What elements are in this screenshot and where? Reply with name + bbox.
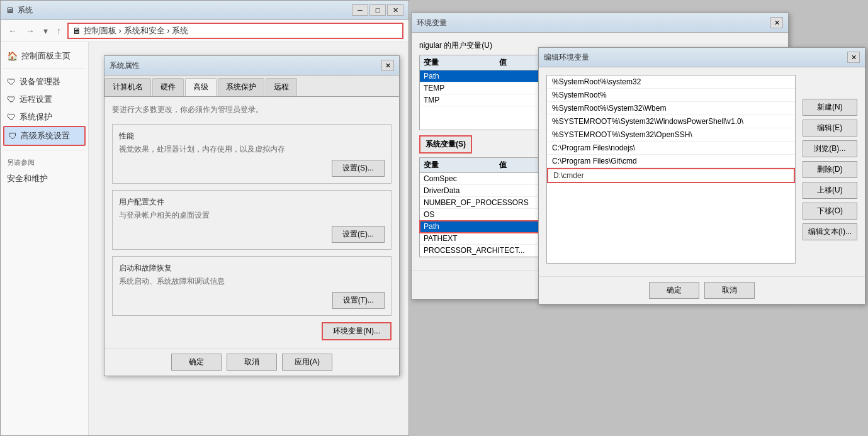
sidebar-item-protection[interactable]: 🛡 系统保护 [3,108,86,126]
user-path-name: Path [424,72,499,81]
sys-pathext-name: PATHEXT [424,234,499,243]
explorer-icon: 🖥 [6,6,14,15]
breadcrumb-bar: 🖥 控制面板 › 系统和安全 › 系统 [67,23,403,39]
breadcrumb-text: 控制面板 › 系统和安全 › 系统 [84,25,188,36]
startup-title: 启动和故障恢复 [119,263,385,274]
shield-icon-1: 🛡 [7,77,16,87]
sidebar-separator [3,69,86,69]
edit-close-button[interactable]: ✕ [847,52,860,63]
sidebar-item-remote-label: 远程设置 [20,94,52,105]
edit-btn-column: 新建(N) 编辑(E) 浏览(B)... 删除(D) 上移(U) 下移(O) 编… [803,99,857,240]
edit-edit-button[interactable]: 编辑(E) [803,120,857,137]
sysprops-titlebar: 系统属性 ✕ [104,56,399,75]
performance-settings-button[interactable]: 设置(S)... [332,160,385,177]
user-header-name: 变量 [424,57,499,68]
home-icon: 🏠 [7,51,18,61]
close-button[interactable]: ✕ [387,4,403,16]
startup-settings-button[interactable]: 设置(T)... [332,292,385,309]
performance-section: 性能 视觉效果，处理器计划，内存使用，以及虚拟内存 设置(S)... [112,124,392,184]
env-title: 环境变量 [417,18,447,28]
edit-movedown-button[interactable]: 下移(O) [803,203,857,220]
sidebar-item-devices-label: 设备管理器 [20,76,60,87]
sidebar-item-protection-label: 系统保护 [20,111,52,123]
titlebar-controls: ─ □ ✕ [352,4,403,16]
edit-cancel-button[interactable]: 取消 [704,282,755,299]
edit-edittext-button[interactable]: 编辑文本(I)... [803,223,857,240]
sidebar-other-section: 另请参阅 [3,155,86,170]
edit-browse-button[interactable]: 浏览(B)... [803,140,857,157]
edit-title: 编辑环境变量 [544,52,589,63]
userprofile-title: 用户配置文件 [119,197,385,208]
sysprops-body: 要进行大多数更改，你必须作为管理员登录。 性能 视觉效果，处理器计划，内存使用，… [104,97,399,348]
sidebar-separator-2 [3,150,86,150]
nav-forward-button[interactable]: → [23,25,37,37]
env-variables-button[interactable]: 环境变量(N)... [322,322,392,340]
sidebar-item-advanced[interactable]: 🛡 高级系统设置 [3,126,86,146]
sys-driverdata-name: DriverData [424,186,499,195]
sidebar-item-remote[interactable]: 🛡 远程设置 [3,91,86,108]
edit-path-entry-3[interactable]: %SystemRoot%\System32\Wbem [547,102,795,115]
tab-remote[interactable]: 远程 [266,78,297,96]
maximize-button[interactable]: □ [369,4,386,16]
edit-ok-button[interactable]: 确定 [649,282,699,299]
edit-path-entry-2[interactable]: %SystemRoot% [547,89,795,102]
user-temp-name: TEMP [424,84,499,92]
sysprops-ok-button[interactable]: 确定 [171,354,222,371]
env-close-button[interactable]: ✕ [770,17,783,28]
edit-path-entry-4[interactable]: %SYSTEMROOT%\System32\WindowsPowerShell\… [547,115,795,128]
startup-desc: 系统启动、系统故障和调试信息 [119,276,385,287]
edit-path-entry-8[interactable]: D:\cmder [547,168,795,183]
sys-header-name: 变量 [424,160,499,170]
tab-hardware[interactable]: 硬件 [152,78,184,96]
nav-recent-button[interactable]: ▾ [41,25,50,37]
titlebar-left: 🖥 系统 [6,5,33,16]
sidebar-security-label: 安全和维护 [7,173,48,184]
tab-computername[interactable]: 计算机名 [104,78,151,96]
edit-path-list[interactable]: %SystemRoot%\system32 %SystemRoot% %Syst… [546,75,796,264]
performance-btn-row: 设置(S)... [119,160,385,177]
env-titlebar: 环境变量 ✕ [412,13,788,33]
sys-section-label: 系统变量(S) [419,135,472,154]
tab-advanced[interactable]: 高级 [185,78,217,96]
nav-up-button[interactable]: ↑ [54,25,64,37]
sysprops-footer: 确定 取消 应用(A) [104,348,399,376]
edit-path-entry-7[interactable]: C:\Program Files\Git\cmd [547,155,795,168]
startup-btn-row: 设置(T)... [119,292,385,309]
edit-new-button[interactable]: 新建(N) [803,99,857,116]
userprofile-desc: 与登录帐户相关的桌面设置 [119,210,385,221]
nav-back-button[interactable]: ← [6,25,20,37]
explorer-title: 系统 [18,5,33,16]
sysprops-close-button[interactable]: ✕ [381,60,394,71]
sysprops-cancel-button[interactable]: 取消 [227,354,277,371]
sysprops-info-text: 要进行大多数更改，你必须作为管理员登录。 [112,104,392,115]
startup-section: 启动和故障恢复 系统启动、系统故障和调试信息 设置(T)... [112,256,392,316]
performance-title: 性能 [119,131,385,142]
sidebar-item-security[interactable]: 安全和维护 [3,170,86,187]
shield-icon-3: 🛡 [7,112,16,122]
sidebar-item-devices[interactable]: 🛡 设备管理器 [3,73,86,91]
edit-path-entry-6[interactable]: C:\Program Files\nodejs\ [547,142,795,155]
nav-bar: ← → ▾ ↑ 🖥 控制面板 › 系统和安全 › 系统 [1,20,409,42]
edit-delete-button[interactable]: 删除(D) [803,161,857,178]
edit-footer: 确定 取消 [539,276,865,304]
sysprops-apply-button[interactable]: 应用(A) [282,354,332,371]
userprofile-settings-button[interactable]: 设置(E)... [332,226,385,243]
minimize-button[interactable]: ─ [352,4,368,16]
userprofile-btn-row: 设置(E)... [119,226,385,243]
breadcrumb-icon: 🖥 [72,26,81,36]
edit-moveup-button[interactable]: 上移(U) [803,182,857,199]
edit-titlebar: 编辑环境变量 ✕ [539,48,865,67]
userprofile-section: 用户配置文件 与登录帐户相关的桌面设置 设置(E)... [112,190,392,250]
env-btn-row: 环境变量(N)... [112,322,392,340]
system-properties-dialog: 系统属性 ✕ 计算机名 硬件 高级 系统保护 远程 要进行大多数更改，你必须作为… [104,55,400,376]
sidebar-item-advanced-label: 高级系统设置 [21,130,70,142]
sidebar: 🏠 控制面板主页 🛡 设备管理器 🛡 远程设置 🛡 系统保护 🛡 高级系统设置 [1,42,89,435]
tab-sysprotection[interactable]: 系统保护 [218,78,264,96]
sys-path-name: Path [424,222,499,231]
sys-comspec-name: ComSpec [424,174,499,183]
sys-procarch-name: PROCESSOR_ARCHITECT... [424,246,499,255]
sidebar-item-home[interactable]: 🏠 控制面板主页 [3,47,86,65]
edit-path-entry-5[interactable]: %SYSTEMROOT%\System32\OpenSSH\ [547,128,795,142]
edit-env-dialog: 编辑环境变量 ✕ %SystemRoot%\system32 %SystemRo… [538,47,865,305]
edit-path-entry-1[interactable]: %SystemRoot%\system32 [547,75,795,89]
